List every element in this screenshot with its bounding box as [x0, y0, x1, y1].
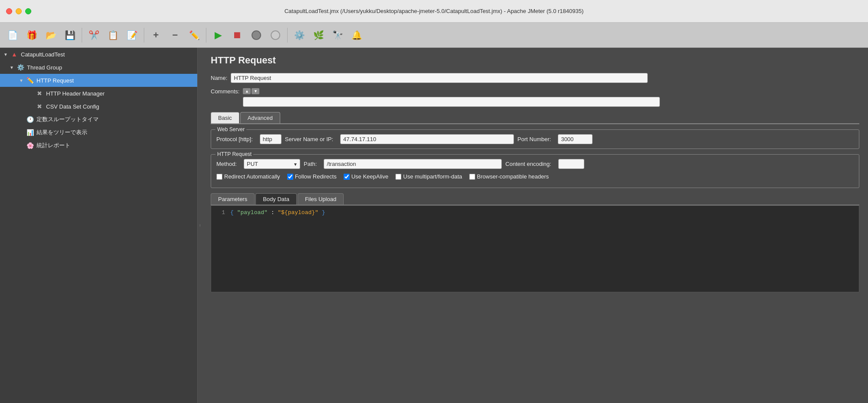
sidebar-item-http-request-label: HTTP Request: [36, 77, 74, 84]
comments-arrows: ▲ ▼: [243, 88, 660, 94]
sidebar-item-thread-group-label: Thread Group: [27, 64, 62, 71]
line-numbers: 1: [215, 209, 225, 288]
tree-toggle-http-request: ▼: [19, 78, 25, 83]
multipart-checkbox[interactable]: [395, 174, 401, 180]
copy-button[interactable]: 📋: [104, 26, 122, 44]
tab-files-upload[interactable]: Files Upload: [298, 193, 344, 205]
run-button[interactable]: ▶: [209, 26, 227, 44]
open-file-button[interactable]: 📂: [42, 26, 60, 44]
minus-icon: −: [172, 30, 178, 41]
browser-headers-label: Browser-compatible headers: [477, 173, 549, 180]
code-content[interactable]: { "payload" : "${payload}" }: [230, 209, 855, 288]
sidebar-item-tree-view[interactable]: ▶ 📊 結果をツリーで表示: [0, 126, 197, 139]
sidebar-item-summary-label: 統計レポート: [36, 142, 70, 149]
tree-icon: 🌿: [313, 30, 324, 40]
protocol-input[interactable]: [260, 134, 282, 144]
traffic-lights: [6, 8, 31, 14]
separator-1: [82, 28, 82, 43]
redirect-auto-checkbox[interactable]: [216, 174, 222, 180]
paste-button[interactable]: 📝: [123, 26, 141, 44]
sidebar-item-http-request[interactable]: ▼ ✏️ HTTP Request: [0, 74, 197, 87]
port-label: Port Number:: [517, 136, 551, 142]
new-icon: 📄: [7, 30, 18, 40]
close-button[interactable]: [6, 8, 12, 14]
sidebar-item-summary-report[interactable]: ▶ 🌸 統計レポート: [0, 139, 197, 152]
add-icon: +: [153, 30, 159, 41]
stop-button[interactable]: ⏹: [228, 26, 246, 44]
cut-button[interactable]: ✂️: [85, 26, 103, 44]
sidebar-item-root-label: CatapultLoadTest: [21, 51, 65, 58]
brace-close: }: [322, 209, 325, 216]
header-manager-icon: ✖: [35, 89, 44, 98]
binoculars-icon: 🔭: [332, 30, 343, 40]
web-server-label: Web Server: [215, 126, 246, 132]
settings-button[interactable]: ⚙️: [290, 26, 308, 44]
port-input[interactable]: [558, 134, 593, 144]
clear-icon: [252, 30, 261, 40]
http-request-panel: HTTP Request Name: Comments: ▲ ▼: [202, 48, 868, 299]
encoding-input[interactable]: [558, 159, 584, 169]
comments-input[interactable]: [243, 97, 660, 107]
clear-all-icon: [271, 30, 280, 40]
http-request-section-label: HTTP Request: [215, 151, 253, 157]
sidebar-item-csv-config[interactable]: ▶ ✖ CSV Data Set Config: [0, 100, 197, 113]
resize-handle[interactable]: ···: [198, 48, 202, 403]
code-editor[interactable]: 1 { "payload" : "${payload}" }: [211, 205, 859, 292]
keepalive-label: Use KeepAlive: [351, 173, 388, 180]
arrow-down-button[interactable]: ▼: [252, 88, 259, 94]
clear-all-button[interactable]: [266, 26, 285, 44]
tree-toggle-root: ▼: [3, 52, 10, 57]
tab-body-data[interactable]: Body Data: [255, 193, 297, 205]
comments-label: Comments:: [211, 88, 239, 95]
checkbox-redirect-auto: Redirect Automatically: [216, 173, 280, 180]
edit-button[interactable]: ✏️: [185, 26, 203, 44]
tab-parameters[interactable]: Parameters: [211, 193, 255, 205]
folder-icon: 📂: [46, 30, 56, 40]
open-button[interactable]: 🎁: [23, 26, 41, 44]
checkbox-browser-headers: Browser-compatible headers: [469, 173, 549, 180]
browser-headers-checkbox[interactable]: [469, 174, 475, 180]
code-key-payload: "payload": [237, 209, 268, 216]
resize-dots-icon: ···: [198, 224, 202, 226]
follow-redirects-checkbox[interactable]: [287, 174, 293, 180]
sidebar-item-thread-group[interactable]: ▼ ⚙️ Thread Group: [0, 61, 197, 74]
sub-tabs: Parameters Body Data Files Upload: [211, 193, 859, 205]
tab-basic[interactable]: Basic: [211, 112, 239, 123]
name-field-row: Name:: [211, 73, 859, 83]
sidebar-item-root[interactable]: ▼ ▲ CatapultLoadTest: [0, 48, 197, 61]
summary-report-icon: 🌸: [25, 141, 35, 150]
stop-icon: ⏹: [232, 30, 242, 41]
keepalive-checkbox[interactable]: [344, 174, 350, 180]
main-layout: ▼ ▲ CatapultLoadTest ▼ ⚙️ Thread Group ▼…: [0, 48, 868, 403]
copy-icon: 📋: [108, 30, 119, 40]
line-number-1: 1: [215, 209, 225, 216]
checkboxes-row: Redirect Automatically Follow Redirects …: [216, 173, 854, 180]
http-request-section: HTTP Request Method: GET POST PUT DELETE…: [211, 154, 859, 188]
server-name-input[interactable]: [340, 134, 514, 144]
clear-button[interactable]: [247, 26, 265, 44]
remove-button[interactable]: −: [166, 26, 184, 44]
checkbox-keepalive: Use KeepAlive: [344, 173, 388, 180]
method-select[interactable]: GET POST PUT DELETE HEAD OPTIONS PATCH T…: [244, 159, 300, 169]
content-panel: HTTP Request Name: Comments: ▲ ▼: [202, 48, 868, 403]
name-input[interactable]: [231, 73, 648, 83]
sidebar-item-timer[interactable]: ▶ 🕐 定数スループットタイマ: [0, 113, 197, 126]
tree-button[interactable]: 🌿: [309, 26, 328, 44]
minimize-button[interactable]: [16, 8, 22, 14]
new-button[interactable]: 📄: [3, 26, 22, 44]
main-tabs: Basic Advanced: [211, 112, 859, 124]
sidebar-item-http-header-manager[interactable]: ▶ ✖ HTTP Header Manager: [0, 87, 197, 100]
warning-button[interactable]: 🔔: [348, 26, 366, 44]
scissors-icon: ✂️: [89, 30, 99, 40]
timer-icon: 🕐: [25, 115, 35, 124]
tree-toggle-thread-group: ▼: [10, 65, 16, 70]
add-button[interactable]: +: [147, 26, 165, 44]
tab-advanced[interactable]: Advanced: [240, 112, 280, 123]
path-label: Path:: [304, 161, 317, 167]
http-request-icon: ✏️: [25, 76, 35, 85]
search-button[interactable]: 🔭: [328, 26, 347, 44]
path-input[interactable]: [324, 159, 502, 169]
save-button[interactable]: 💾: [61, 26, 79, 44]
arrow-up-button[interactable]: ▲: [243, 88, 251, 94]
maximize-button[interactable]: [25, 8, 31, 14]
